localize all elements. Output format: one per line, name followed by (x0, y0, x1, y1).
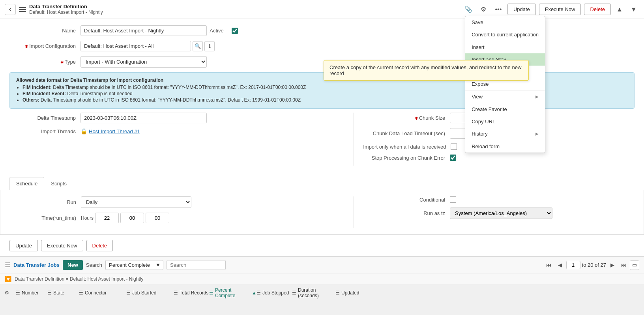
tooltip-box: Create a copy of the current record with… (324, 60, 529, 81)
menu-save[interactable]: Save (465, 16, 545, 28)
menu-insert-label: Insert (472, 44, 485, 50)
menu-view[interactable]: View ▶ (465, 91, 545, 103)
menu-convert[interactable]: Convert to current application (465, 28, 545, 41)
menu-create-favorite[interactable]: Create Favorite (465, 103, 545, 115)
menu-create-favorite-label: Create Favorite (472, 106, 507, 112)
menu-history-label: History (472, 131, 487, 137)
menu-expose-label: Expose (472, 81, 489, 87)
menu-history[interactable]: History ▶ (465, 128, 545, 140)
dropdown-overlay[interactable] (0, 0, 644, 315)
menu-reload-form-label: Reload form (472, 143, 500, 149)
menu-reload-form[interactable]: Reload form (465, 140, 545, 153)
menu-insert[interactable]: Insert (465, 41, 545, 53)
dropdown-menu: Save Convert to current application Inse… (465, 16, 545, 153)
view-arrow-icon: ▶ (535, 94, 539, 99)
menu-save-label: Save (472, 19, 483, 25)
history-arrow-icon: ▶ (535, 132, 539, 136)
menu-view-label: View (472, 94, 483, 100)
menu-copy-url-label: Copy URL (472, 119, 495, 124)
tooltip-text: Create a copy of the current record with… (329, 64, 521, 76)
menu-convert-label: Convert to current application (472, 32, 539, 38)
menu-copy-url[interactable]: Copy URL (465, 115, 545, 128)
